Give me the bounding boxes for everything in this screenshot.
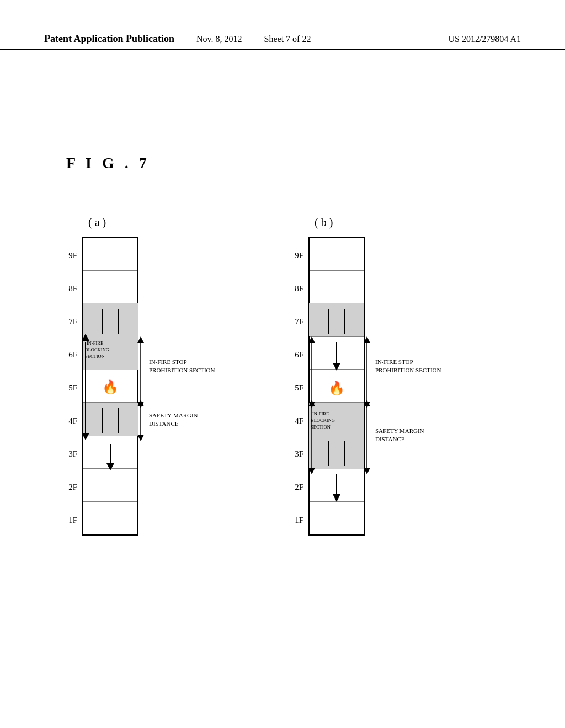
fire-icon-a: 🔥 bbox=[102, 379, 119, 395]
floor-label-5f-b: 5F bbox=[295, 383, 303, 392]
page-header: Patent Application Publication Nov. 8, 2… bbox=[0, 33, 565, 50]
blocking-7f-b bbox=[309, 303, 364, 336]
floor-label-7f-b: 7F bbox=[295, 317, 303, 326]
floor-label-1f-a: 1F bbox=[68, 516, 77, 524]
in-fire-blocking-b-line1: IN-FIRE bbox=[312, 411, 329, 416]
floor-label-7f-a: 7F bbox=[68, 317, 77, 326]
floor-label-5f-a: 5F bbox=[68, 383, 77, 392]
floor-label-2f-a: 2F bbox=[68, 483, 77, 491]
floor-label-4f-b: 4F bbox=[295, 416, 303, 425]
floor-label-9f-b: 9F bbox=[295, 251, 303, 260]
in-fire-blocking-line3-a: SECTION bbox=[85, 354, 105, 359]
floor-label-6f-a: 6F bbox=[68, 350, 77, 359]
publication-date: Nov. 8, 2012 bbox=[196, 34, 242, 44]
figure-7-diagram: ( a ) 9F 8F 7F 6F 5F 4F 3F 2F 1F 🔥 IN-FI… bbox=[33, 193, 530, 634]
in-fire-blocking-line1-a: IN-FIRE bbox=[87, 340, 103, 346]
floor-4f-shade-a bbox=[83, 403, 138, 436]
floor-label-1f-b: 1F bbox=[295, 516, 303, 524]
diagram-a-label: ( a ) bbox=[88, 216, 106, 229]
in-fire-blocking-b-line3: SECTION bbox=[311, 424, 331, 430]
in-fire-stop-label-a: IN-FIRE STOP bbox=[149, 358, 187, 365]
arrow-head-3f-a bbox=[106, 463, 114, 470]
blocking-section-a bbox=[83, 303, 138, 370]
patent-number: US 2012/279804 A1 bbox=[333, 34, 521, 44]
safety-margin-line2-b: DISTANCE bbox=[375, 436, 405, 442]
safety-margin-line1-a: SAFETY MARGIN bbox=[149, 412, 198, 419]
floor-label-6f-b: 6F bbox=[295, 350, 303, 359]
in-fire-blocking-b-line2: BLOCKING bbox=[311, 417, 335, 423]
floor-label-2f-b: 2F bbox=[295, 483, 303, 491]
in-fire-prohibition-label-b: PROHIBITION SECTION bbox=[375, 367, 441, 373]
in-fire-prohibition-label-a: PROHIBITION SECTION bbox=[149, 367, 215, 373]
in-fire-blocking-line2-a: BLOCKING bbox=[85, 347, 109, 352]
fire-icon-b: 🔥 bbox=[328, 380, 345, 396]
diagram-b-label: ( b ) bbox=[315, 216, 333, 229]
safety-margin-line2-a: DISTANCE bbox=[149, 420, 179, 427]
floor-label-4f-a: 4F bbox=[68, 416, 77, 425]
sheet-number: Sheet 7 of 22 bbox=[264, 34, 311, 44]
figure-label: F I G . 7 bbox=[66, 154, 150, 172]
floor-label-9f-a: 9F bbox=[68, 251, 77, 260]
floor-label-3f-a: 3F bbox=[68, 449, 77, 458]
in-fire-stop-label-b: IN-FIRE STOP bbox=[375, 358, 413, 365]
arrow-head-2f-b bbox=[333, 494, 340, 502]
publication-title: Patent Application Publication bbox=[44, 33, 174, 45]
floor-label-3f-b: 3F bbox=[295, 449, 303, 458]
safety-margin-line1-b: SAFETY MARGIN bbox=[375, 427, 424, 434]
floor-label-8f-b: 8F bbox=[295, 284, 303, 293]
floor-label-8f-a: 8F bbox=[68, 284, 77, 293]
